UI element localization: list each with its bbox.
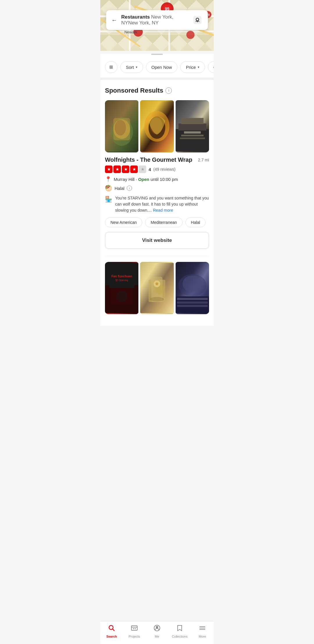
- halal-info-button[interactable]: i: [127, 186, 132, 191]
- adjust-icon: ⊞: [109, 64, 113, 70]
- sort-filter-button[interactable]: Sort ▾: [120, 61, 143, 73]
- rating-row-1: ★ ★ ★ ★ ★ 4 (49 reviews): [105, 166, 209, 173]
- open-now-label: Open Now: [151, 65, 172, 70]
- offers-takeo-label: Offers Takeo: [213, 65, 214, 70]
- bottom-padding: [100, 326, 214, 352]
- category-tag-new-american[interactable]: New American: [105, 217, 142, 227]
- svg-text:软 Opening: 软 Opening: [115, 279, 128, 282]
- category-tags-1: New American Mediterranean Halal: [105, 217, 209, 227]
- restaurant-distance-1: 2.7 mi: [198, 158, 209, 162]
- svg-rect-26: [181, 135, 204, 136]
- map-pin-button[interactable]: [192, 15, 203, 25]
- svg-point-38: [150, 297, 164, 301]
- search-title: Restaurants: [121, 14, 150, 20]
- stars-1: ★ ★ ★ ★ ★: [105, 166, 146, 173]
- svg-point-34: [116, 291, 127, 302]
- restaurant-image-1b[interactable]: [140, 100, 174, 152]
- sponsored-title: Sponsored Results: [105, 87, 163, 94]
- restaurant-image-1c[interactable]: [176, 100, 209, 152]
- card-divider: [105, 256, 209, 256]
- restaurant-name-1[interactable]: Wolfnights - The Gourmet Wrap: [105, 156, 195, 163]
- adjust-filter-button[interactable]: ⊞: [105, 61, 117, 73]
- svg-text:Fan Szechuan: Fan Szechuan: [111, 274, 132, 278]
- restaurant-images-2[interactable]: Fan Szechuan 软 Opening: [105, 262, 209, 314]
- restaurant-image-1a[interactable]: [105, 100, 138, 152]
- svg-rect-46: [177, 305, 208, 307]
- description-text-1: You're STARVING and you want something t…: [115, 195, 209, 213]
- svg-point-41: [156, 283, 158, 285]
- star-4: ★: [130, 166, 138, 173]
- sort-chevron-icon: ▾: [136, 65, 138, 69]
- open-now-filter-button[interactable]: Open Now: [146, 61, 178, 73]
- svg-rect-23: [178, 123, 206, 130]
- filter-bar: ⊞ Sort ▾ Open Now Price ▾ Offers Takeo: [100, 59, 214, 78]
- restaurant-image-2c[interactable]: [176, 262, 209, 314]
- rating-score-1: 4: [149, 167, 151, 172]
- map-container[interactable]: 95 Newark 29 ← Restaurants New York, NYN…: [100, 0, 214, 51]
- svg-rect-25: [184, 131, 201, 134]
- restaurant-images-1[interactable]: [105, 100, 209, 152]
- back-button[interactable]: ←: [111, 17, 117, 24]
- star-3: ★: [122, 166, 129, 173]
- review-count-1: (49 reviews): [153, 167, 175, 172]
- visit-website-button-1[interactable]: Visit website: [105, 232, 209, 249]
- svg-point-6: [186, 31, 195, 39]
- description-row-1: 🏪 You're STARVING and you want something…: [105, 195, 209, 213]
- svg-point-11: [197, 19, 198, 20]
- star-2: ★: [113, 166, 121, 173]
- category-tag-mediterranean[interactable]: Mediterranean: [145, 217, 182, 227]
- location-text-1: Murray Hill · Open until 10:00 pm: [114, 177, 178, 182]
- category-tag-halal[interactable]: Halal: [185, 217, 206, 227]
- offers-takeo-filter-button[interactable]: Offers Takeo: [208, 61, 214, 73]
- sort-label: Sort: [126, 65, 134, 70]
- svg-rect-24: [181, 118, 204, 124]
- halal-row-1: 🥙 Halal i: [105, 185, 209, 192]
- svg-rect-45: [177, 301, 208, 304]
- open-status-1: Open: [138, 177, 149, 182]
- restaurant-name-row-1: Wolfnights - The Gourmet Wrap 2.7 mi: [105, 156, 209, 163]
- sponsored-info-button[interactable]: i: [165, 87, 172, 94]
- svg-rect-16: [113, 118, 130, 140]
- restaurant-card-1: Wolfnights - The Gourmet Wrap 2.7 mi ★ ★…: [105, 100, 209, 249]
- drag-handle: [151, 54, 163, 55]
- price-label: Price: [186, 65, 196, 70]
- restaurant-image-2a[interactable]: Fan Szechuan 软 Opening: [105, 262, 138, 314]
- halal-text-1: Halal: [115, 186, 124, 191]
- price-filter-button[interactable]: Price ▾: [180, 61, 205, 73]
- content-area: Sponsored Results i: [100, 80, 214, 326]
- halal-icon: 🥙: [105, 185, 112, 192]
- star-5: ★: [139, 166, 146, 173]
- svg-rect-44: [177, 298, 208, 300]
- store-icon: 🏪: [105, 196, 112, 213]
- star-1: ★: [105, 166, 113, 173]
- search-text: Restaurants New York, NYNew York, NY: [121, 14, 188, 26]
- location-pin-icon: 📍: [105, 176, 111, 182]
- sponsored-header: Sponsored Results i: [105, 87, 209, 94]
- restaurant-image-2b[interactable]: [140, 262, 174, 314]
- svg-text:Newark: Newark: [124, 30, 138, 34]
- price-chevron-icon: ▾: [198, 65, 199, 69]
- svg-rect-27: [180, 137, 205, 139]
- restaurant-card-2: Fan Szechuan 软 Opening: [105, 262, 209, 314]
- svg-point-48: [183, 276, 202, 292]
- read-more-button-1[interactable]: Read more: [153, 208, 173, 213]
- search-bar[interactable]: ← Restaurants New York, NYNew York, NY: [106, 10, 208, 30]
- section-divider: [100, 78, 214, 80]
- location-row-1: 📍 Murray Hill · Open until 10:00 pm: [105, 176, 209, 182]
